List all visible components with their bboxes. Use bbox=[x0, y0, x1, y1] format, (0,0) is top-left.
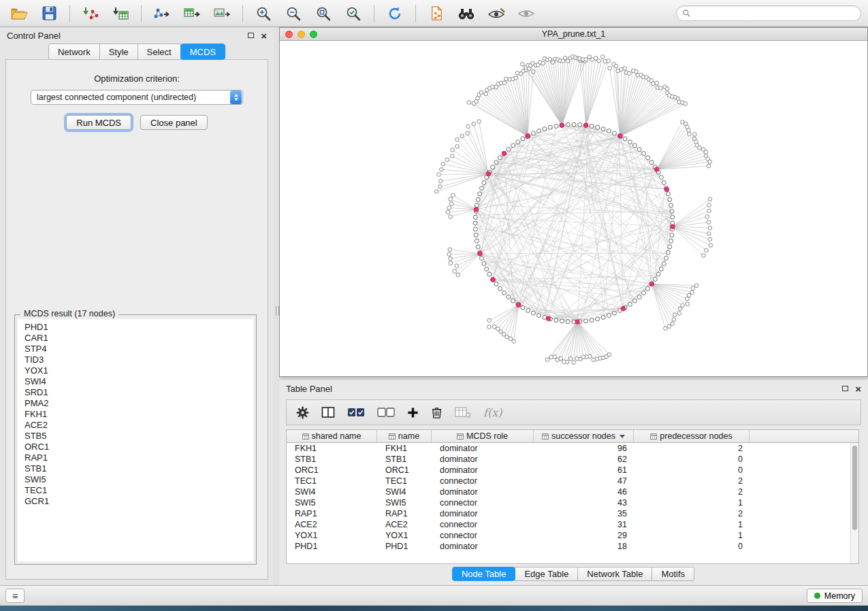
search-box[interactable] bbox=[676, 5, 861, 21]
create-column-button[interactable] bbox=[407, 407, 419, 418]
scrollbar-thumb[interactable] bbox=[852, 446, 857, 530]
mcds-result-item[interactable]: ORC1 bbox=[18, 442, 253, 452]
mcds-result-item[interactable]: ACE2 bbox=[18, 420, 253, 431]
mcds-result-item[interactable]: SWI4 bbox=[18, 376, 253, 387]
tab-mcds[interactable]: MCDS bbox=[180, 44, 225, 60]
table-panel: Table Panel × bbox=[279, 380, 868, 585]
zoom-out-icon bbox=[285, 5, 302, 22]
zoom-selected-button[interactable] bbox=[341, 3, 366, 24]
show-hide-button[interactable] bbox=[514, 3, 539, 24]
close-mcds-panel-button[interactable]: Close panel bbox=[140, 115, 208, 130]
table-body: FKH1FKH1dominator962STB1STB1dominator620… bbox=[287, 443, 858, 564]
mcds-result-item[interactable]: YOX1 bbox=[18, 365, 253, 376]
float-table-panel-icon[interactable] bbox=[842, 386, 848, 391]
network-window-title: YPA_prune.txt_1 bbox=[280, 29, 867, 39]
table-row[interactable]: FKH1FKH1dominator962 bbox=[287, 443, 858, 454]
run-mcds-button[interactable]: Run MCDS bbox=[66, 115, 131, 130]
mcds-result-item[interactable]: SRD1 bbox=[18, 387, 253, 398]
table-row[interactable]: SWI4SWI4dominator462 bbox=[287, 486, 858, 497]
network-view-canvas[interactable] bbox=[280, 41, 867, 376]
export-network-button[interactable] bbox=[150, 3, 174, 24]
function-builder-button[interactable]: f(x) bbox=[483, 406, 502, 419]
close-panel-icon[interactable]: × bbox=[261, 31, 267, 41]
table-cell: PHD1 bbox=[287, 541, 377, 552]
mcds-result-item[interactable]: STB1 bbox=[18, 463, 253, 474]
search-input[interactable] bbox=[694, 9, 855, 18]
show-column-panel-button[interactable] bbox=[321, 406, 335, 418]
criterion-dropdown[interactable]: largest connected component (undirected) bbox=[31, 90, 243, 105]
mcds-result-item[interactable]: STB5 bbox=[18, 431, 253, 442]
tab-node-table[interactable]: Node Table bbox=[452, 567, 516, 581]
mcds-result-list[interactable]: PHD1CAR1STP4TID3YOX1SWI4SRD1PMA2FKH1ACE2… bbox=[18, 319, 253, 561]
memory-status-icon bbox=[814, 593, 820, 599]
mcds-result-item[interactable]: PMA2 bbox=[18, 398, 253, 409]
select-all-columns-button[interactable] bbox=[347, 407, 365, 418]
table-row[interactable]: STB1STB1dominator620 bbox=[287, 454, 858, 465]
eye-icon bbox=[517, 7, 535, 20]
status-bar: ≡ Memory bbox=[0, 585, 868, 606]
close-table-panel-icon[interactable]: × bbox=[855, 384, 861, 394]
zoom-in-button[interactable] bbox=[251, 3, 276, 24]
column-header-predecessor-nodes[interactable]: predecessor nodes bbox=[634, 430, 750, 442]
table-row[interactable]: YOX1YOX1connector291 bbox=[287, 530, 858, 541]
delete-column-button[interactable] bbox=[431, 406, 443, 419]
export-image-button[interactable] bbox=[210, 3, 234, 24]
zoom-out-button[interactable] bbox=[281, 3, 306, 24]
tab-motifs[interactable]: Motifs bbox=[652, 567, 694, 581]
column-header-successor-nodes[interactable]: successor nodes bbox=[534, 430, 634, 442]
table-row[interactable]: PHD1PHD1dominator180 bbox=[287, 541, 858, 552]
table-row[interactable]: ACE2ACE2connector311 bbox=[287, 519, 858, 530]
zoom-fit-button[interactable] bbox=[311, 3, 336, 24]
table-cell: YOX1 bbox=[377, 530, 432, 541]
table-cell: 2 bbox=[634, 443, 750, 454]
table-scrollbar[interactable] bbox=[850, 443, 858, 563]
table-settings-button[interactable] bbox=[296, 406, 309, 419]
network-window-titlebar[interactable]: YPA_prune.txt_1 bbox=[280, 28, 867, 41]
import-network-button[interactable] bbox=[78, 3, 103, 24]
panel-menu-button[interactable]: ≡ bbox=[5, 589, 25, 603]
column-header-MCDS-role[interactable]: MCDS role bbox=[432, 430, 534, 442]
share-document-button[interactable] bbox=[424, 3, 449, 24]
open-button[interactable] bbox=[7, 3, 31, 24]
deselect-all-columns-button[interactable] bbox=[377, 407, 395, 418]
column-type-icon bbox=[389, 433, 396, 440]
mcds-result-item[interactable]: FKH1 bbox=[18, 409, 253, 420]
tab-edge-table[interactable]: Edge Table bbox=[515, 567, 578, 581]
table-row[interactable]: TEC1TEC1connector472 bbox=[287, 476, 858, 486]
tab-network-table[interactable]: Network Table bbox=[577, 567, 652, 581]
mcds-result-item[interactable]: GCR1 bbox=[18, 496, 253, 507]
panel-splitter[interactable] bbox=[274, 27, 279, 585]
table-row[interactable]: RAP1RAP1dominator352 bbox=[287, 508, 858, 519]
mcds-result-item[interactable]: TEC1 bbox=[18, 485, 253, 496]
unchecked-boxes-icon bbox=[377, 407, 395, 418]
table-row[interactable]: ORC1ORC1dominator610 bbox=[287, 465, 858, 476]
import-table-button[interactable] bbox=[108, 3, 133, 24]
tab-style[interactable]: Style bbox=[99, 44, 138, 60]
search-network-button[interactable] bbox=[454, 3, 479, 24]
refresh-button[interactable] bbox=[383, 3, 407, 24]
float-panel-icon[interactable] bbox=[248, 33, 254, 38]
mcds-result-item[interactable]: PHD1 bbox=[18, 322, 253, 333]
delete-table-button[interactable] bbox=[455, 406, 471, 418]
memory-button[interactable]: Memory bbox=[807, 589, 863, 603]
annotation-visibility-button[interactable] bbox=[484, 3, 509, 24]
column-header-name[interactable]: name bbox=[377, 430, 432, 442]
tab-network[interactable]: Network bbox=[48, 44, 100, 60]
export-table-button[interactable] bbox=[180, 3, 204, 24]
import-table-icon bbox=[112, 6, 129, 21]
mcds-result-item[interactable]: SWI5 bbox=[18, 474, 253, 485]
column-header-label: MCDS role bbox=[466, 431, 508, 441]
mcds-result-item[interactable]: RAP1 bbox=[18, 452, 253, 463]
tab-select[interactable]: Select bbox=[138, 44, 181, 60]
main-toolbar bbox=[0, 0, 868, 27]
table-cell: 47 bbox=[534, 476, 634, 486]
mcds-result-item[interactable]: TID3 bbox=[18, 354, 253, 365]
control-panel-titlebar: Control Panel × bbox=[0, 27, 274, 44]
mcds-result-item[interactable]: STP4 bbox=[18, 344, 253, 354]
save-button[interactable] bbox=[37, 3, 61, 24]
table-cell: 29 bbox=[534, 530, 634, 541]
column-header-shared-name[interactable]: shared name bbox=[287, 430, 377, 442]
table-row[interactable]: SWI5SWI5connector431 bbox=[287, 497, 858, 508]
table-cell: PHD1 bbox=[377, 541, 432, 552]
mcds-result-item[interactable]: CAR1 bbox=[18, 333, 253, 344]
